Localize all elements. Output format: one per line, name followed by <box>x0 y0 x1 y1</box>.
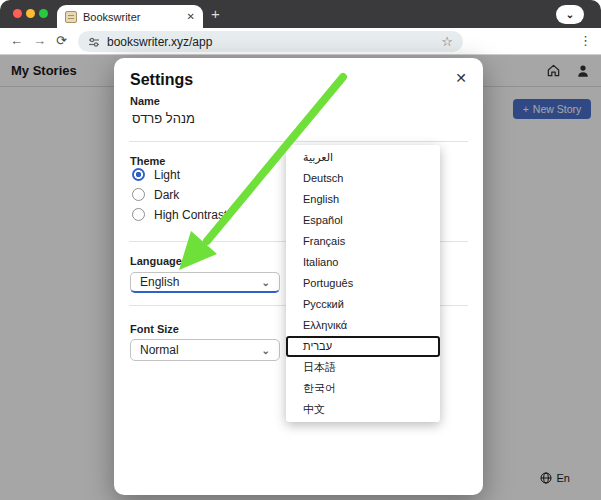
tab-search-chevron-icon[interactable]: ⌄ <box>556 5 584 24</box>
zoom-window-button[interactable] <box>39 9 48 18</box>
back-icon[interactable]: ← <box>10 33 23 48</box>
divider <box>129 141 468 142</box>
new-tab-button[interactable]: + <box>211 5 220 23</box>
language-label: Language <box>130 255 182 267</box>
language-option[interactable]: العربية <box>286 147 440 168</box>
theme-options: LightDarkHigh Contrast <box>132 168 227 221</box>
language-option[interactable]: Русский <box>286 294 440 315</box>
name-label: Name <box>130 95 160 107</box>
browser-window: Bookswriter ✕ + ⌄ ← → ⟳ bookswriter.xyz/… <box>0 0 601 500</box>
close-icon[interactable]: ✕ <box>455 70 467 86</box>
site-settings-icon <box>88 36 100 48</box>
language-select-value: English <box>140 275 179 289</box>
theme-option-label: Light <box>154 168 180 182</box>
close-window-button[interactable] <box>13 9 22 18</box>
language-option[interactable]: Español <box>286 210 440 231</box>
theme-option-label: High Contrast <box>154 208 227 222</box>
language-option[interactable]: Français <box>286 231 440 252</box>
language-option[interactable]: Português <box>286 273 440 294</box>
language-option[interactable]: עברית <box>286 336 440 357</box>
reload-icon[interactable]: ⟳ <box>56 33 67 48</box>
language-option[interactable]: Italiano <box>286 252 440 273</box>
url-text: bookswriter.xyz/app <box>107 35 441 49</box>
radio-icon[interactable] <box>132 168 145 181</box>
chevron-down-icon: ⌄ <box>262 345 270 356</box>
font-size-select-value: Normal <box>140 343 179 357</box>
language-dropdown: العربيةDeutschEnglishEspañolFrançaisItal… <box>286 145 440 422</box>
bookmark-star-icon[interactable]: ☆ <box>441 34 453 49</box>
modal-title: Settings <box>130 71 193 89</box>
name-field[interactable]: מנהל פרדס <box>132 111 195 126</box>
font-size-label: Font Size <box>130 323 179 335</box>
browser-toolbar: ← → ⟳ bookswriter.xyz/app ☆ ⋮ <box>0 28 601 55</box>
radio-icon[interactable] <box>132 208 145 221</box>
forward-icon[interactable]: → <box>33 33 46 48</box>
theme-label: Theme <box>130 155 165 167</box>
tab-title: Bookswriter <box>83 11 187 23</box>
language-select[interactable]: English ⌄ <box>130 272 280 293</box>
theme-option-dark[interactable]: Dark <box>132 188 227 201</box>
tab-close-icon[interactable]: ✕ <box>187 11 195 22</box>
bookswriter-favicon-icon <box>65 11 77 23</box>
minimize-window-button[interactable] <box>26 9 35 18</box>
language-option[interactable]: 日本語 <box>286 357 440 378</box>
language-option[interactable]: Deutsch <box>286 168 440 189</box>
language-option[interactable]: English <box>286 189 440 210</box>
theme-option-label: Dark <box>154 188 179 202</box>
browser-titlebar: Bookswriter ✕ + ⌄ <box>0 0 601 28</box>
theme-option-light[interactable]: Light <box>132 168 227 181</box>
language-option[interactable]: 中文 <box>286 399 440 420</box>
theme-option-high-contrast[interactable]: High Contrast <box>132 208 227 221</box>
browser-menu-icon[interactable]: ⋮ <box>579 33 592 48</box>
language-option[interactable]: Ελληνικά <box>286 315 440 336</box>
font-size-select[interactable]: Normal ⌄ <box>130 339 280 361</box>
radio-icon[interactable] <box>132 188 145 201</box>
chevron-down-icon: ⌄ <box>262 277 270 288</box>
language-option[interactable]: 한국어 <box>286 378 440 399</box>
address-bar[interactable]: bookswriter.xyz/app ☆ <box>78 31 463 52</box>
browser-tab[interactable]: Bookswriter ✕ <box>57 5 203 28</box>
